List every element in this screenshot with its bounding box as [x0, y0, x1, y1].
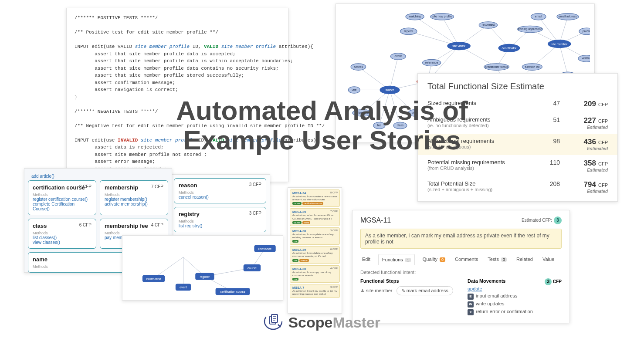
story-text: As a site member, I can mark my email ad… [360, 229, 562, 249]
svg-text:certification course: certification course [220, 290, 245, 293]
estimate-row: Ambiguous requirements(ie. no functional… [427, 112, 608, 134]
estimate-row: Potential missing requirements(from CRUD… [427, 155, 608, 176]
story-list-item[interactable]: MGSA-296 CFPAs a trainer, I can delete o… [290, 246, 340, 264]
entity-card[interactable]: certification course8 CFPMethodsregister… [28, 180, 96, 215]
tab-edit[interactable]: Edit [360, 254, 372, 265]
svg-text:relevance: relevance [258, 247, 271, 250]
svg-text:coordinator: coordinator [502, 47, 517, 50]
tab-tests[interactable]: Tests 3 [486, 254, 508, 265]
svg-text:email: email [535, 15, 542, 18]
detail-tabs: EditFunctions 1Quality 0CommentsTests 3R… [360, 254, 562, 265]
estimate-title: Total Functional Size Estimate [427, 81, 608, 91]
svg-line-23 [559, 44, 568, 75]
svg-text:event: event [394, 54, 402, 57]
entity-card[interactable]: class6 CFPMethodslist classes()view clas… [28, 219, 96, 249]
svg-line-5 [390, 57, 398, 90]
entity-card[interactable]: membership7 CFPMethodsregister membershi… [100, 180, 168, 215]
entity-method[interactable]: view classes() [33, 240, 92, 245]
estimate-row: Sized requirements 47 209 CFP [427, 96, 608, 112]
tab-quality[interactable]: Quality 0 [421, 254, 447, 265]
story-detail-panel: MGSA-11 Estimated CFP:3 As a site member… [352, 210, 570, 323]
svg-text:event: event [180, 286, 187, 289]
svg-text:relevance: relevance [425, 61, 438, 64]
size-estimate-panel: Total Functional Size Estimate Sized req… [417, 73, 618, 202]
story-list-panel: MGSA-248 CFPAs a trainer, I can create a… [288, 187, 342, 314]
estimate-row: All functional requirements(sized + ambi… [418, 134, 617, 155]
svg-text:email address: email address [559, 15, 577, 18]
svg-text:verified: verified [582, 57, 590, 60]
data-movement-item: Wwrite updates [468, 301, 562, 308]
story-list-item[interactable]: MGSA-283 CFPAs a trainer, I can update o… [290, 227, 340, 245]
entity-card[interactable]: registry3 CFPMethodslist registry() [174, 207, 266, 232]
svg-text:training application: training application [518, 27, 542, 31]
svg-text:access: access [354, 65, 363, 68]
svg-text:information: information [355, 111, 369, 114]
data-movements-heading: Data Movements 3 CFP [468, 278, 562, 284]
estimate-row: Total Potential Size(sized + ambiguous +… [427, 176, 608, 198]
svg-text:site visitor: site visitor [452, 44, 466, 47]
scopemaster-icon [264, 312, 283, 333]
svg-text:information: information [146, 277, 161, 281]
mini-graph-panel: information event register certification… [122, 235, 283, 301]
svg-line-10 [442, 17, 459, 46]
user-icon: ♟ [360, 288, 365, 293]
entity-method[interactable]: cancel reason() [179, 195, 261, 199]
svg-text:profile: profile [583, 30, 590, 33]
svg-text:register: register [200, 275, 210, 279]
svg-line-4 [390, 90, 400, 125]
tab-functions[interactable]: Functions 1 [378, 254, 415, 265]
functional-steps-heading: Functional Steps [360, 278, 454, 284]
svg-text:reports: reports [404, 30, 414, 33]
detected-intent-label: Detected functional intent: [360, 270, 562, 275]
story-list-item[interactable]: MGSA-257 CFPAs a trainer, when I create … [290, 208, 340, 226]
logo: ScopeMaster [0, 312, 644, 333]
svg-text:reconnect: reconnect [482, 23, 495, 26]
svg-text:fee: fee [377, 124, 382, 127]
entity-method[interactable]: register membership() [105, 197, 163, 202]
story-list-item[interactable]: MGSA-73 CFPAs a trainer, I want my profi… [290, 284, 340, 298]
svg-text:one: one [352, 88, 356, 91]
code-block: /****** POSITIVE TESTS *****/ /** Positi… [75, 14, 280, 172]
tab-comments[interactable]: Comments [453, 254, 480, 265]
estimated-cfp-badge: Estimated CFP:3 [522, 216, 562, 224]
data-movement-item: Einput email address [468, 293, 562, 300]
add-article-link[interactable]: add article() [28, 172, 168, 180]
svg-text:class: class [397, 124, 404, 127]
entity-method[interactable]: register certification course() [33, 197, 92, 202]
svg-text:function list: function list [525, 65, 539, 68]
svg-text:site now profile: site now profile [432, 15, 452, 18]
svg-text:course: course [247, 267, 257, 270]
test-code-panel: /****** POSITIVE TESTS *****/ /** Positi… [66, 8, 288, 182]
entity-method[interactable]: activate membership() [105, 202, 163, 206]
svg-text:site member: site member [551, 43, 568, 46]
action-chip[interactable]: ✎ mark email address [397, 286, 453, 295]
entity-card[interactable]: reason3 CFPMethodscancel reason() [174, 178, 266, 203]
functional-step-row: ♟site member ✎ mark email address [360, 286, 454, 295]
entity-method[interactable]: complete Certification Course() [33, 202, 92, 211]
entity-method[interactable]: list classes() [33, 235, 92, 240]
tab-related[interactable]: Related [515, 254, 535, 265]
svg-line-3 [379, 90, 390, 125]
svg-text:watching: watching [409, 15, 421, 18]
detail-story-id: MGSA-11 [360, 216, 391, 224]
update-link[interactable]: update [468, 286, 562, 291]
entity-method[interactable]: list registry() [179, 223, 261, 228]
svg-text:practitioner status: practitioner status [485, 65, 508, 69]
svg-text:trainer: trainer [386, 88, 394, 91]
svg-line-9 [415, 17, 459, 46]
story-list-item[interactable]: MGSA-248 CFPAs a trainer, I can create a… [290, 189, 340, 207]
story-list-item[interactable]: MGSA-304 CFPAs a trainer, I can copy one… [290, 265, 340, 283]
tab-value[interactable]: Value [541, 254, 556, 265]
